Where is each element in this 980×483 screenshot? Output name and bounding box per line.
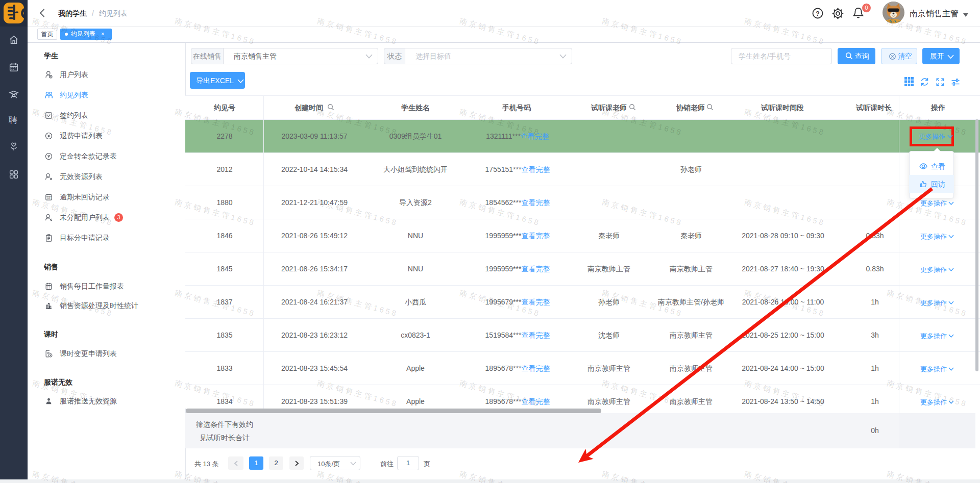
svg-text:日: 日 [47,285,50,289]
svg-text:回: 回 [47,196,50,200]
svg-text:?: ? [816,10,819,17]
